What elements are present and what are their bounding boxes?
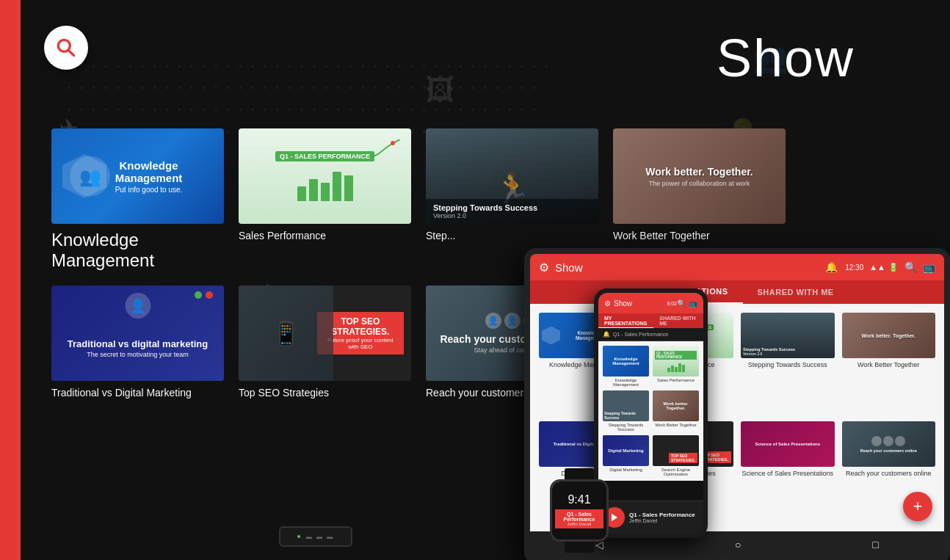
phone-tab-my-presentations[interactable]: MY PRESENTATIONS bbox=[598, 313, 653, 328]
tablet-card-wbt[interactable]: Work better. Together. Work Better Toget… bbox=[842, 313, 936, 414]
tv-box-label: ▬ ▬ ▬ bbox=[306, 534, 334, 540]
watch-notification-subtitle: Jeffin Daniel bbox=[558, 522, 601, 526]
watch-notification: Q1 - Sales Performance Jeffin Daniel bbox=[555, 509, 603, 528]
phone-tabs: MY PRESENTATIONS SHARED WITH ME bbox=[598, 313, 703, 328]
km-card-label: Knowledge Management bbox=[51, 230, 224, 271]
watch-body: 9:41 Q1 - Sales Performance Jeffin Danie… bbox=[550, 479, 609, 542]
tdm-card-label: Traditional vs Digital Marketing bbox=[51, 387, 224, 399]
tablet-app-title: Show bbox=[555, 261, 825, 274]
sp-badge: Q1 - SALES PERFORMANCE bbox=[275, 151, 374, 161]
tablet-cast-icon[interactable]: 📺 bbox=[923, 261, 935, 273]
phone-wbt-label: Work Better Together bbox=[653, 423, 699, 427]
phone-grid: KnowledgeManagement Knowledge Management… bbox=[598, 341, 703, 481]
tablet-recents-button[interactable]: □ bbox=[872, 539, 878, 550]
tablet-time: 12:30 bbox=[845, 263, 863, 272]
wbt-title: Work better. Together. bbox=[645, 166, 753, 178]
svg-point-2 bbox=[391, 141, 395, 145]
tv-card-sales-performance[interactable]: Q1 - SALES PERFORMANCE bbox=[239, 128, 411, 271]
svg-line-1 bbox=[68, 50, 73, 55]
phone-card-km[interactable]: KnowledgeManagement Knowledge Management bbox=[603, 346, 649, 387]
phone-tab-shared-with-me[interactable]: SHARED WITH ME bbox=[653, 313, 703, 328]
notification-subtitle: Jeffin Daniel bbox=[629, 518, 697, 523]
sts-card-label: Step... bbox=[426, 230, 598, 241]
watch-screen: 9:41 Q1 - Sales Performance Jeffin Danie… bbox=[552, 481, 606, 539]
tablet-notification-icon[interactable]: 🔔 bbox=[825, 261, 838, 273]
phone-card-seo[interactable]: TOP SEOSTRATEGIES. Search Engine Optimiz… bbox=[653, 435, 699, 476]
sp-chart bbox=[261, 164, 389, 201]
tablet-fab-button[interactable]: + bbox=[903, 492, 932, 521]
phone-sts-label: Stepping Towards Success bbox=[603, 423, 649, 432]
tv-card-traditional-digital-marketing[interactable]: 👤 Traditional vs digital marketing The s… bbox=[51, 286, 224, 399]
phone-card-wbt[interactable]: Work better. Together. Work Better Toget… bbox=[653, 390, 699, 432]
app-title: Show bbox=[717, 28, 855, 88]
seo-card-label: Top SEO Strategies bbox=[239, 387, 411, 399]
search-icon bbox=[54, 36, 78, 59]
tablet-gear-icon[interactable]: ⚙ bbox=[539, 261, 549, 274]
phone-app-title: Show bbox=[614, 299, 667, 308]
phone-seo-label: Search Engine Optimization bbox=[653, 468, 699, 476]
tablet-wifi-icon: ▲▲ bbox=[869, 263, 885, 272]
smartwatch-device: 9:41 Q1 - Sales Performance Jeffin Danie… bbox=[546, 468, 612, 553]
tablet-tab-shared-with-me[interactable]: SHARED WITH ME bbox=[743, 280, 849, 304]
watch-time: 9:41 bbox=[568, 493, 590, 506]
phone-km-label: Knowledge Management bbox=[603, 378, 649, 387]
km-card-title: Knowledge bbox=[115, 159, 183, 172]
phone-top-bar: ⚙ Show 9:02 🔍 📺 bbox=[598, 293, 703, 313]
svg-marker-3 bbox=[612, 514, 617, 522]
watch-band-bottom bbox=[565, 542, 594, 553]
phone-bell-icon: 🔔 bbox=[603, 331, 610, 338]
tv-card-top-seo-strategies[interactable]: 📱 TOP SEO STRATEGIES. Future proof your … bbox=[239, 286, 411, 399]
tablet-wbt-label: Work Better Together bbox=[842, 361, 936, 368]
phone-sp-label: Sales Performance bbox=[653, 378, 699, 382]
sp-card-label: Sales Performance bbox=[239, 230, 411, 241]
notification-content: Q1 - Sales Performance Jeffin Daniel bbox=[629, 512, 697, 523]
phone-search-icon[interactable]: 🔍 bbox=[677, 299, 686, 308]
phone-card-sts[interactable]: Stepping TowardsSuccess Stepping Towards… bbox=[603, 390, 649, 432]
sts-overlay: Stepping Towards Success Version 2.0 bbox=[426, 199, 598, 224]
tablet-card-sts[interactable]: Stepping Towards SuccessVersion 2.0 Step… bbox=[741, 313, 835, 414]
watch-notification-title: Q1 - Sales Performance bbox=[558, 512, 601, 522]
phone-notification-text: Q1 - Sales Performance bbox=[613, 332, 668, 337]
phone-card-sp[interactable]: Q1 - SALES PERFORMANCE Sales Performance bbox=[653, 346, 699, 387]
deco-image-icon: 🖼 bbox=[426, 73, 455, 106]
tablet-battery-icon: 🔋 bbox=[888, 263, 899, 272]
tablet-ssp-label: Science of Sales Presentations bbox=[741, 470, 835, 477]
tablet-sts-label: Stepping Towards Success bbox=[741, 361, 835, 368]
tablet-rco-label: Reach your customers online bbox=[842, 470, 936, 477]
phone-notification-banner: 🔔 Q1 - Sales Performance bbox=[598, 328, 703, 341]
watch-band-top bbox=[565, 468, 594, 479]
tablet-top-bar: ⚙ Show 🔔 12:30 ▲▲ 🔋 🔍 📺 bbox=[530, 254, 944, 280]
tv-box-led bbox=[297, 535, 300, 538]
search-icon-circle[interactable] bbox=[44, 26, 88, 70]
phone-time: 9:02 bbox=[667, 301, 677, 306]
tablet-tabs: MY PRESENTATIONS SHARED WITH ME bbox=[530, 280, 944, 304]
wbt-subtitle: The power of collaboration at work bbox=[649, 180, 750, 187]
android-tv-box: ▬ ▬ ▬ bbox=[279, 526, 352, 547]
tablet-search-icon[interactable]: 🔍 bbox=[904, 261, 917, 273]
tablet-home-button[interactable]: ○ bbox=[735, 539, 741, 550]
notification-title: Q1 - Sales Performance bbox=[629, 512, 697, 518]
phone-bottom-notification: Q1 - Sales Performance Jeffin Daniel bbox=[598, 501, 703, 534]
tv-card-knowledge-management[interactable]: 👥 Knowledge Management Put info good to … bbox=[51, 128, 224, 271]
phone-gear-icon[interactable]: ⚙ bbox=[604, 299, 611, 308]
wbt-card-label: Work Better Together bbox=[613, 230, 786, 241]
tablet-card-ssp[interactable]: Science of Sales Presentations Science o… bbox=[741, 421, 835, 523]
phone-cast-icon[interactable]: 📺 bbox=[689, 299, 697, 308]
